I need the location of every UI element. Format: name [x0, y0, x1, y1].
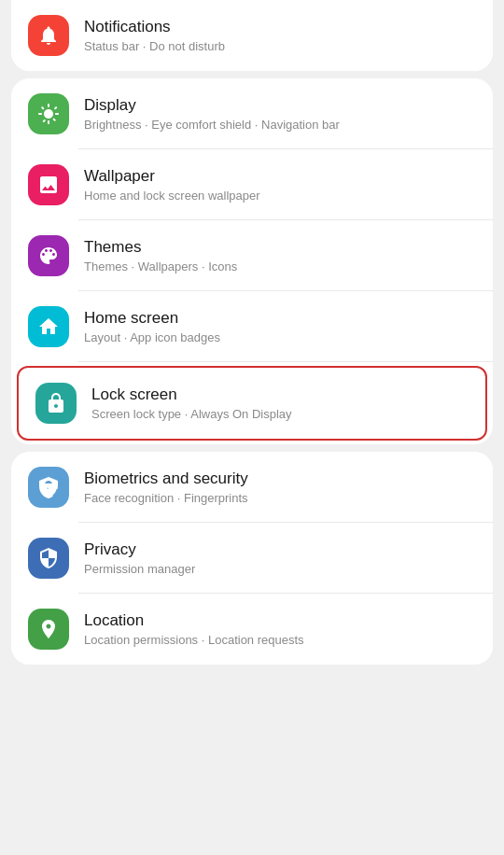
privacy-icon [28, 538, 69, 579]
home-screen-subtitle: Layout · App icon badges [84, 330, 476, 346]
wallpaper-icon [28, 164, 69, 205]
themes-item[interactable]: Themes Themes · Wallpapers · Icons [11, 220, 493, 291]
location-item[interactable]: Location Location permissions · Location… [11, 594, 493, 665]
lock-screen-item[interactable]: Lock screen Screen lock type · Always On… [17, 366, 487, 441]
notifications-item[interactable]: Notifications Status bar · Do not distur… [11, 0, 493, 71]
display-icon [28, 93, 69, 134]
biometrics-subtitle: Face recognition · Fingerprints [84, 491, 476, 507]
notifications-subtitle: Status bar · Do not disturb [84, 39, 476, 55]
wallpaper-text: Wallpaper Home and lock screen wallpaper [84, 166, 476, 204]
location-subtitle: Location permissions · Location requests [84, 633, 476, 649]
lock-screen-icon [35, 383, 77, 424]
biometrics-icon [28, 467, 69, 508]
themes-icon [28, 235, 69, 276]
notifications-text: Notifications Status bar · Do not distur… [84, 17, 476, 55]
biometrics-title: Biometrics and security [84, 469, 476, 489]
group-top: Notifications Status bar · Do not distur… [11, 0, 493, 71]
display-item[interactable]: Display Brightness · Eye comfort shield … [11, 78, 493, 149]
location-text: Location Location permissions · Location… [84, 610, 476, 649]
display-subtitle: Brightness · Eye comfort shield · Naviga… [84, 118, 476, 133]
home-screen-text: Home screen Layout · App icon badges [84, 308, 476, 346]
notifications-icon [28, 15, 69, 56]
location-title: Location [84, 610, 476, 631]
notifications-title: Notifications [84, 17, 476, 37]
wallpaper-item[interactable]: Wallpaper Home and lock screen wallpaper [11, 149, 493, 220]
lock-screen-text: Lock screen Screen lock type · Always On… [91, 385, 469, 423]
biometrics-item[interactable]: Biometrics and security Face recognition… [11, 452, 493, 523]
display-text: Display Brightness · Eye comfort shield … [84, 95, 476, 133]
themes-title: Themes [84, 237, 476, 258]
themes-text: Themes Themes · Wallpapers · Icons [84, 237, 476, 275]
themes-subtitle: Themes · Wallpapers · Icons [84, 259, 476, 275]
biometrics-text: Biometrics and security Face recognition… [84, 469, 476, 507]
wallpaper-subtitle: Home and lock screen wallpaper [84, 189, 476, 204]
privacy-subtitle: Permission manager [84, 562, 476, 578]
lock-screen-subtitle: Screen lock type · Always On Display [91, 407, 469, 423]
home-screen-icon [28, 306, 69, 347]
privacy-text: Privacy Permission manager [84, 540, 476, 578]
wallpaper-title: Wallpaper [84, 166, 476, 187]
privacy-item[interactable]: Privacy Permission manager [11, 523, 493, 594]
location-icon [28, 609, 69, 650]
home-screen-title: Home screen [84, 308, 476, 329]
group-security: Biometrics and security Face recognition… [11, 452, 493, 665]
home-screen-item[interactable]: Home screen Layout · App icon badges [11, 291, 493, 362]
display-title: Display [84, 95, 476, 116]
privacy-title: Privacy [84, 540, 476, 560]
lock-screen-title: Lock screen [91, 385, 469, 405]
settings-list: Notifications Status bar · Do not distur… [0, 0, 504, 665]
group-display: Display Brightness · Eye comfort shield … [11, 78, 493, 444]
